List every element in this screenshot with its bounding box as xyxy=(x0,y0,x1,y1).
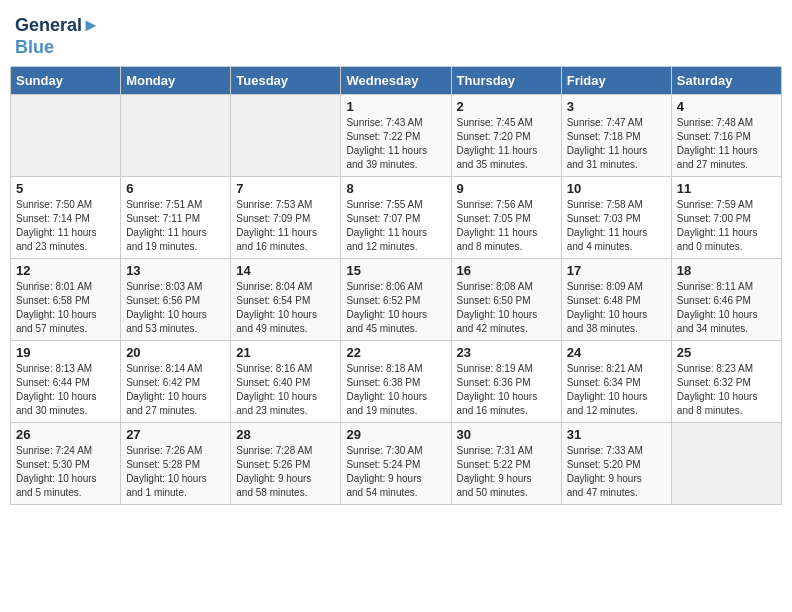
calendar-cell: 24Sunrise: 8:21 AMSunset: 6:34 PMDayligh… xyxy=(561,341,671,423)
day-number: 19 xyxy=(16,345,115,360)
day-number: 22 xyxy=(346,345,445,360)
calendar-cell: 11Sunrise: 7:59 AMSunset: 7:00 PMDayligh… xyxy=(671,177,781,259)
day-info: Sunset: 6:42 PM xyxy=(126,376,225,390)
day-number: 18 xyxy=(677,263,776,278)
day-info: Daylight: 10 hours xyxy=(346,308,445,322)
day-info: Sunrise: 7:26 AM xyxy=(126,444,225,458)
day-info: Daylight: 10 hours xyxy=(567,308,666,322)
day-info: Daylight: 10 hours xyxy=(346,390,445,404)
day-info: Daylight: 10 hours xyxy=(236,308,335,322)
day-info: Sunset: 6:46 PM xyxy=(677,294,776,308)
day-info: Sunset: 7:03 PM xyxy=(567,212,666,226)
day-info: Sunrise: 8:16 AM xyxy=(236,362,335,376)
day-info: Sunrise: 7:48 AM xyxy=(677,116,776,130)
day-info: and 38 minutes. xyxy=(567,322,666,336)
calendar-cell: 8Sunrise: 7:55 AMSunset: 7:07 PMDaylight… xyxy=(341,177,451,259)
day-info: Sunrise: 7:47 AM xyxy=(567,116,666,130)
day-info: Sunrise: 7:55 AM xyxy=(346,198,445,212)
day-info: and 57 minutes. xyxy=(16,322,115,336)
day-info: and 19 minutes. xyxy=(126,240,225,254)
logo-subtext: Blue xyxy=(15,37,100,59)
calendar-cell: 6Sunrise: 7:51 AMSunset: 7:11 PMDaylight… xyxy=(121,177,231,259)
day-info: Sunset: 7:07 PM xyxy=(346,212,445,226)
day-info: and 58 minutes. xyxy=(236,486,335,500)
day-info: Sunset: 7:20 PM xyxy=(457,130,556,144)
day-info: Sunrise: 7:53 AM xyxy=(236,198,335,212)
day-number: 31 xyxy=(567,427,666,442)
day-info: Sunrise: 8:23 AM xyxy=(677,362,776,376)
calendar-cell: 15Sunrise: 8:06 AMSunset: 6:52 PMDayligh… xyxy=(341,259,451,341)
day-info: Daylight: 11 hours xyxy=(457,144,556,158)
day-info: Sunrise: 8:08 AM xyxy=(457,280,556,294)
week-row-5: 26Sunrise: 7:24 AMSunset: 5:30 PMDayligh… xyxy=(11,423,782,505)
day-info: and 47 minutes. xyxy=(567,486,666,500)
day-info: and 50 minutes. xyxy=(457,486,556,500)
calendar-cell: 30Sunrise: 7:31 AMSunset: 5:22 PMDayligh… xyxy=(451,423,561,505)
day-info: and 12 minutes. xyxy=(567,404,666,418)
day-info: and 16 minutes. xyxy=(236,240,335,254)
calendar-cell: 25Sunrise: 8:23 AMSunset: 6:32 PMDayligh… xyxy=(671,341,781,423)
day-info: Sunset: 6:52 PM xyxy=(346,294,445,308)
day-info: and 35 minutes. xyxy=(457,158,556,172)
day-info: Sunset: 7:18 PM xyxy=(567,130,666,144)
calendar-cell: 13Sunrise: 8:03 AMSunset: 6:56 PMDayligh… xyxy=(121,259,231,341)
day-number: 30 xyxy=(457,427,556,442)
day-info: and 42 minutes. xyxy=(457,322,556,336)
day-info: Sunrise: 7:59 AM xyxy=(677,198,776,212)
calendar-cell: 5Sunrise: 7:50 AMSunset: 7:14 PMDaylight… xyxy=(11,177,121,259)
day-info: and 4 minutes. xyxy=(567,240,666,254)
day-info: and 53 minutes. xyxy=(126,322,225,336)
day-info: Daylight: 9 hours xyxy=(236,472,335,486)
day-info: Sunrise: 7:45 AM xyxy=(457,116,556,130)
day-info: Sunset: 6:48 PM xyxy=(567,294,666,308)
day-info: Sunset: 6:58 PM xyxy=(16,294,115,308)
day-info: Daylight: 9 hours xyxy=(567,472,666,486)
day-info: Sunset: 6:36 PM xyxy=(457,376,556,390)
day-info: Sunrise: 8:01 AM xyxy=(16,280,115,294)
week-row-1: 1Sunrise: 7:43 AMSunset: 7:22 PMDaylight… xyxy=(11,95,782,177)
day-info: and 12 minutes. xyxy=(346,240,445,254)
day-number: 21 xyxy=(236,345,335,360)
calendar-cell: 7Sunrise: 7:53 AMSunset: 7:09 PMDaylight… xyxy=(231,177,341,259)
weekday-header-row: SundayMondayTuesdayWednesdayThursdayFrid… xyxy=(11,67,782,95)
day-info: Daylight: 10 hours xyxy=(126,390,225,404)
calendar-table: SundayMondayTuesdayWednesdayThursdayFrid… xyxy=(10,66,782,505)
calendar-cell: 20Sunrise: 8:14 AMSunset: 6:42 PMDayligh… xyxy=(121,341,231,423)
day-info: and 27 minutes. xyxy=(126,404,225,418)
day-info: Daylight: 11 hours xyxy=(567,226,666,240)
calendar-cell: 22Sunrise: 8:18 AMSunset: 6:38 PMDayligh… xyxy=(341,341,451,423)
calendar-cell xyxy=(231,95,341,177)
day-number: 12 xyxy=(16,263,115,278)
week-row-2: 5Sunrise: 7:50 AMSunset: 7:14 PMDaylight… xyxy=(11,177,782,259)
day-info: and 8 minutes. xyxy=(457,240,556,254)
day-info: and 30 minutes. xyxy=(16,404,115,418)
day-info: Sunset: 6:38 PM xyxy=(346,376,445,390)
day-number: 17 xyxy=(567,263,666,278)
day-info: Daylight: 10 hours xyxy=(457,308,556,322)
day-info: Sunset: 6:32 PM xyxy=(677,376,776,390)
calendar-cell: 27Sunrise: 7:26 AMSunset: 5:28 PMDayligh… xyxy=(121,423,231,505)
day-number: 24 xyxy=(567,345,666,360)
day-info: Daylight: 11 hours xyxy=(126,226,225,240)
day-info: and 39 minutes. xyxy=(346,158,445,172)
day-info: Daylight: 10 hours xyxy=(236,390,335,404)
day-number: 23 xyxy=(457,345,556,360)
day-info: Daylight: 10 hours xyxy=(16,308,115,322)
calendar-cell: 18Sunrise: 8:11 AMSunset: 6:46 PMDayligh… xyxy=(671,259,781,341)
day-number: 1 xyxy=(346,99,445,114)
day-info: Sunrise: 8:11 AM xyxy=(677,280,776,294)
day-number: 6 xyxy=(126,181,225,196)
header: General► Blue xyxy=(10,10,782,58)
day-info: Sunset: 7:22 PM xyxy=(346,130,445,144)
day-info: Sunrise: 8:21 AM xyxy=(567,362,666,376)
day-number: 10 xyxy=(567,181,666,196)
day-info: Sunrise: 8:03 AM xyxy=(126,280,225,294)
calendar-cell: 28Sunrise: 7:28 AMSunset: 5:26 PMDayligh… xyxy=(231,423,341,505)
day-info: Sunrise: 7:28 AM xyxy=(236,444,335,458)
calendar-cell: 1Sunrise: 7:43 AMSunset: 7:22 PMDaylight… xyxy=(341,95,451,177)
day-info: Daylight: 11 hours xyxy=(457,226,556,240)
day-number: 28 xyxy=(236,427,335,442)
day-info: Sunset: 5:28 PM xyxy=(126,458,225,472)
calendar-cell: 3Sunrise: 7:47 AMSunset: 7:18 PMDaylight… xyxy=(561,95,671,177)
day-number: 4 xyxy=(677,99,776,114)
